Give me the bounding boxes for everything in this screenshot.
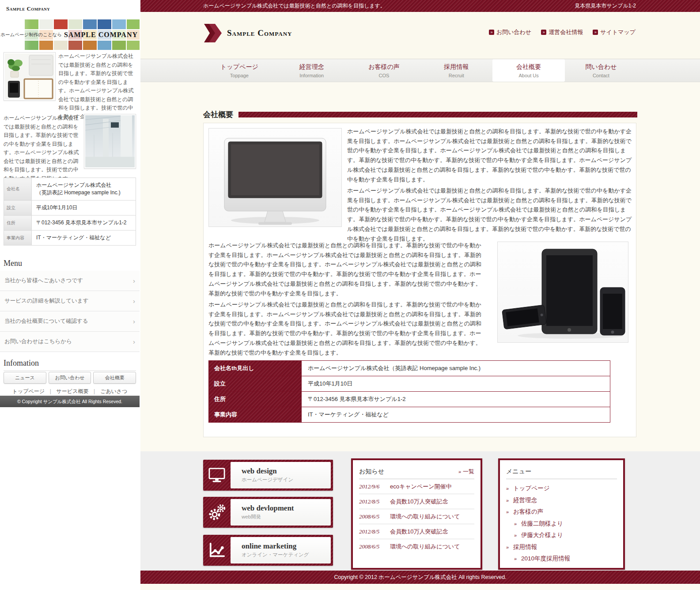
header-link-sitemap[interactable]: » サイトマップ: [593, 28, 636, 36]
service-box-web-development[interactable]: web devlopment web開発: [203, 497, 333, 528]
nav-item-toppage[interactable]: トップページ Toppage: [203, 59, 276, 82]
service-panel: online marketing オンライン・マーケティング: [231, 537, 331, 564]
sidebar-copyright: © Copyright サンプル株式会社 All Rights Reseved.: [0, 396, 140, 407]
site-logo[interactable]: Sample Company: [203, 23, 292, 43]
bottom-menu-item-philosophy[interactable]: » 経営理念: [506, 495, 617, 507]
news-item[interactable]: 2012/8/5 会員数10万人突破記念: [359, 494, 474, 509]
service-panel: web devlopment web開発: [231, 499, 331, 526]
main-navigation: トップページ Toppage 経営理念 Information お客様の声 CO…: [140, 59, 700, 82]
bottom-menu-title: メニュー: [506, 468, 531, 476]
bottom-menu-item-ito[interactable]: » 伊藤大介様より: [506, 529, 617, 541]
logo-text: Sample Company: [227, 28, 292, 38]
site-header: Sample Company » お問い合わせ » 運営会社情報 » サイトマッ…: [140, 12, 700, 59]
row-label: 会社名th見出し: [209, 361, 302, 376]
row-value: 〒012-3456 見本県見本市サンプル1-2: [32, 216, 136, 231]
bottom-menu-box: メニュー » トップページ » 経営理念 » お客様の声 » 佐藤二朗様より »: [498, 458, 625, 570]
arrow-icon: »: [514, 521, 517, 526]
footer-link-top[interactable]: トップページ: [12, 388, 45, 394]
body-paragraph: ホームページサンプル株式会社では最新技術と自然との調和を目指します。革新的な技術…: [347, 186, 633, 243]
sidebar-intro-text-2: ホームページサンプル株式会社では最新技術と自然との調和を目指します。革新的な技術…: [4, 114, 83, 183]
service-box-web-design[interactable]: web design ホームページデザイン: [203, 460, 333, 491]
tablet-devices-image: [497, 242, 628, 343]
arrow-icon: »: [514, 556, 517, 561]
nav-label-jp: 会社概要: [492, 63, 565, 71]
row-value: 平成10年1月10日: [302, 376, 610, 392]
body-paragraph: ホームページサンプル株式会社では最新技術と自然との調和を目指します。革新的な技術…: [347, 127, 633, 184]
banner-brand-text: SAMPLE COMPANY: [64, 31, 138, 39]
row-label: 住所: [4, 216, 32, 231]
news-text: ecoキャンペーン開催中: [390, 483, 451, 491]
footer-link-greeting[interactable]: ごあいさつ: [100, 388, 127, 394]
nav-item-voices[interactable]: お客様の声 COS: [348, 59, 420, 82]
nav-label-jp: 経営理念: [276, 63, 348, 71]
sidebar-company-table: 会社名 ホームページサンプル株式会社 （英語表記 Homepage sample…: [4, 178, 136, 246]
news-list: 2012/9/6 ecoキャンペーン開催中 2012/8/5 会員数10万人突破…: [353, 479, 481, 554]
page-title: 会社概要: [203, 110, 233, 120]
nav-item-about-active[interactable]: 会社概要 About Us: [492, 59, 565, 82]
row-value: ホームページサンプル株式会社 （英語表記 Homepage sample Inc…: [32, 178, 136, 200]
main-footer: Copyright © 2012 ホームページサンプル株式会社 All righ…: [140, 571, 700, 584]
double-chevron-logo-icon: [203, 23, 223, 43]
news-button[interactable]: ニュース: [4, 372, 46, 384]
table-row: 設立 平成10年1月10日: [4, 200, 136, 216]
bottom-menu-item-recruit-2010[interactable]: » 2010年度採用情報: [506, 553, 617, 565]
sidebar-menu-item-contact[interactable]: › お問い合わせはこちらから: [0, 332, 140, 352]
news-date: 2008/6/5: [359, 543, 386, 550]
gears-icon: [207, 501, 227, 523]
topbar-left-text: ホームページサンプル株式会社では最新技術と自然との調和を目指します。: [203, 2, 386, 10]
news-item[interactable]: 2012/9/6 ecoキャンペーン開催中: [359, 479, 474, 494]
menu-item-label: サービスの詳細を解説しています: [4, 298, 88, 304]
nav-item-contact[interactable]: 問い合わせ Contact: [565, 59, 637, 82]
footer-link-services[interactable]: サービス概要: [57, 388, 89, 394]
header-link-operator[interactable]: » 運営会社情報: [541, 28, 583, 36]
menu-item-label: 当社の会社概要について確認する: [4, 318, 88, 324]
nav-label-jp: 問い合わせ: [565, 63, 637, 71]
nav-label-en: About Us: [492, 73, 565, 78]
nav-item-philosophy[interactable]: 経営理念 Information: [276, 59, 348, 82]
bottom-menu-label: 採用情報: [513, 544, 537, 550]
page-title-row: 会社概要: [203, 110, 637, 120]
nav-item-recruit[interactable]: 採用情報 Recruit: [420, 59, 492, 82]
sidebar-menu-item-services[interactable]: › サービスの詳細を解説しています: [0, 291, 140, 311]
service-title: web devlopment: [242, 504, 331, 513]
table-row: 設立 平成10年1月10日: [209, 376, 610, 392]
bottom-menu-label: 伊藤大介様より: [521, 532, 563, 538]
sidebar-intro-block-1: ホームページサンプル株式会社では最新技術と自然との調和を目指します。革新的な技術…: [4, 52, 136, 121]
company-button[interactable]: 会社概要: [93, 372, 136, 384]
nav-label-en: Information: [276, 73, 348, 78]
sidebar-menu-item-greeting[interactable]: › 当社から皆様へごあいさつです: [0, 271, 140, 291]
bottom-menu-label: 佐藤二朗様より: [521, 520, 563, 527]
bottom-menu-label: 2010年度採用情報: [521, 555, 570, 562]
table-row: 事業内容 IT・マーケティング・福祉など: [209, 407, 610, 423]
service-title: web design: [242, 467, 331, 476]
news-item[interactable]: 2008/6/5 環境への取り組みについて: [359, 509, 474, 524]
table-row: 会社名th見出し ホームページサンプル株式会社（英語表記 Homepage sa…: [209, 361, 610, 376]
arrow-icon: »: [514, 533, 517, 538]
contact-button[interactable]: お問い合わせ: [49, 372, 91, 384]
row-label: 事業内容: [4, 231, 32, 246]
news-item[interactable]: 2008/6/5 環境への取り組みについて: [359, 539, 474, 554]
news-more-link[interactable]: » 一覧: [458, 468, 474, 476]
header-link-contact[interactable]: » お問い合わせ: [489, 28, 531, 36]
content-box: ホームページサンプル株式会社では最新技術と自然との調和を目指します。革新的な技術…: [203, 123, 636, 437]
divider: ｜: [48, 388, 53, 394]
bottom-menu-item-recruit[interactable]: » 採用情報: [506, 541, 617, 553]
row-value: IT・マーケティング・福祉など: [302, 407, 610, 423]
bottom-menu-label: 経営理念: [513, 497, 537, 503]
news-header: お知らせ » 一覧: [359, 465, 474, 479]
bottom-menu-item-top[interactable]: » トップページ: [506, 483, 617, 495]
topbar-address-text: 見本県見本市サンプル1-2: [575, 2, 636, 10]
nav-label-en: Recruit: [420, 73, 492, 78]
arrow-square-icon: »: [593, 30, 598, 35]
bottom-menu-item-sato[interactable]: » 佐藤二朗様より: [506, 518, 617, 530]
arrow-icon: »: [506, 545, 509, 550]
arrow-icon: »: [506, 486, 509, 491]
sidebar-intro-text-1: ホームページサンプル株式会社では最新技術と自然との調和を目指します。革新的な技術…: [58, 52, 136, 121]
service-box-online-marketing[interactable]: online marketing オンライン・マーケティング: [203, 535, 333, 566]
sidebar-menu-item-about[interactable]: › 当社の会社概要について確認する: [0, 311, 140, 332]
chevron-right-icon: ›: [133, 291, 135, 311]
news-date: 2012/9/6: [359, 483, 386, 490]
news-item[interactable]: 2012/8/5 会員数10万人突破記念: [359, 524, 474, 539]
table-row: 住所 〒012-3456 見本県見本市サンプル1-2: [4, 216, 136, 231]
bottom-menu-item-voices[interactable]: » お客様の声: [506, 506, 617, 518]
